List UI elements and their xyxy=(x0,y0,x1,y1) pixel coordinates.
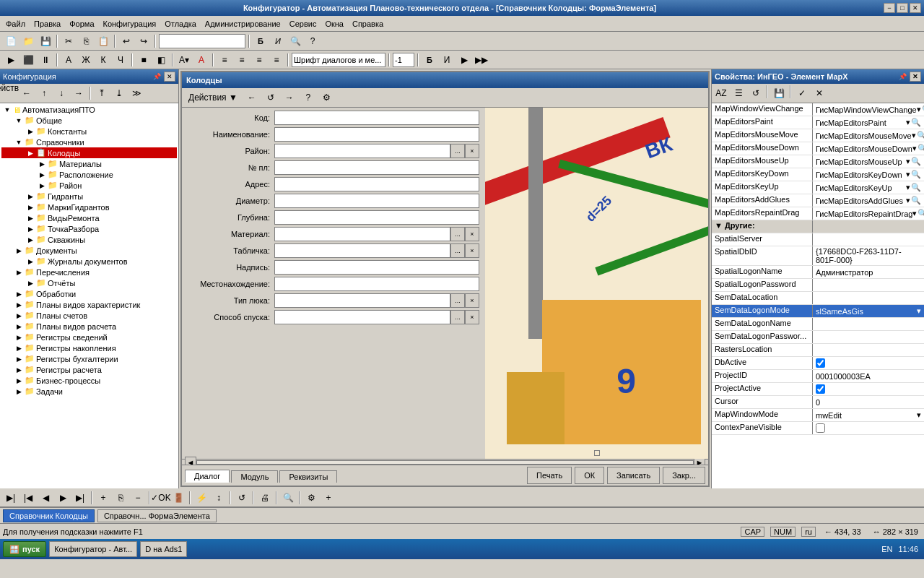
tree-expand-zhurnaly[interactable]: ▶ xyxy=(25,258,36,265)
tb2-align-r[interactable]: ≡ xyxy=(251,52,267,68)
btn-print[interactable]: Печать xyxy=(527,467,572,484)
tab-dialog[interactable]: Диалог xyxy=(185,470,230,483)
tb2-more1[interactable]: ▶ xyxy=(456,52,472,68)
tree-expand-raspolozhenie[interactable]: ▶ xyxy=(36,171,48,178)
btn-save[interactable]: Записать xyxy=(607,467,660,484)
taskbar-item-d[interactable]: D на Ads1 xyxy=(140,541,187,557)
btb-2[interactable]: |◀ xyxy=(20,490,36,506)
prop-value-mapeditorsag[interactable]: ГисMapEditorsAddGlues ▾🔍 xyxy=(813,194,924,207)
hscroll-track[interactable] xyxy=(196,460,694,465)
tree-item-rayon[interactable]: ▶ 📁 Район xyxy=(1,180,177,191)
tb2-6[interactable]: К xyxy=(95,52,111,68)
tb2-9[interactable]: ◧ xyxy=(153,52,169,68)
prop-row-mapeditorsrd[interactable]: MapEditorsRepaintDrag ГисMapEditorsRepai… xyxy=(712,207,924,220)
tree-item-spravochniki[interactable]: ▼ 📁 Справочники xyxy=(1,137,177,147)
prop-row-spatiallogon[interactable]: SpatialLogonName Администратор xyxy=(712,266,924,279)
tree-expand-registry-sved[interactable]: ▶ xyxy=(13,334,25,341)
tree-item-plany-vid[interactable]: ▶ 📁 Планы видов характеристик xyxy=(1,299,177,310)
prop-row-semdatalogonpwd[interactable]: SemDataLogonPasswor... xyxy=(712,331,924,344)
menu-admin[interactable]: Администрирование xyxy=(201,18,285,30)
tree-item-plany-vid-raschet[interactable]: ▶ 📁 Планы видов расчета xyxy=(1,321,177,332)
btn-ok[interactable]: ОК xyxy=(575,467,604,484)
start-button[interactable]: 🪟 пуск xyxy=(3,541,46,557)
maximize-button[interactable]: □ xyxy=(897,3,908,13)
tree-item-otchety[interactable]: ▶ 📁 Отчёты xyxy=(1,277,177,288)
tb2-align-c[interactable]: ≡ xyxy=(234,52,250,68)
prop-row-dbactive[interactable]: DbActive xyxy=(712,357,924,370)
tree-expand-perechisleniya[interactable]: ▶ xyxy=(13,269,25,276)
prop-row-mapeditorsmdwn[interactable]: MapEditorsMouseDown ГисMapEditorsMouseDo… xyxy=(712,142,924,155)
material-clear-btn[interactable]: × xyxy=(465,227,479,241)
prop-value-mapwindowmode[interactable]: mwEdit ▾ xyxy=(813,409,924,421)
prop-value-semdatalogonmode[interactable]: slSameAsGis ▾ xyxy=(813,305,924,317)
tree-item-perechisleniya[interactable]: ▶ 📁 Перечисления xyxy=(1,267,177,277)
form-settings[interactable]: ⚙ xyxy=(319,90,335,105)
prop-value-spatiallogon[interactable]: Администратор xyxy=(813,266,924,278)
prop-value-semdataloc[interactable] xyxy=(813,292,924,304)
btb-4[interactable]: ▶ xyxy=(55,490,71,506)
tb-i[interactable]: И xyxy=(270,33,286,49)
tb-redo[interactable]: ↪ xyxy=(136,33,152,49)
config-expand-all[interactable]: ≫ xyxy=(128,85,144,101)
prop-update[interactable]: ↺ xyxy=(748,85,764,101)
tree-expand-tochkarazbora[interactable]: ▶ xyxy=(25,225,36,233)
checkbox-dbactive[interactable] xyxy=(816,358,825,368)
config-pin-btn[interactable]: 📌 xyxy=(151,72,162,82)
prop-value-cursor[interactable]: 0 xyxy=(813,396,924,408)
prop-value-semdatalogonname[interactable] xyxy=(813,318,924,330)
menu-file[interactable]: Файл xyxy=(1,18,30,30)
tb-cut[interactable]: ✂ xyxy=(61,33,77,49)
config-nav1[interactable]: ← xyxy=(19,85,35,101)
menu-edit[interactable]: Правка xyxy=(30,18,65,30)
prop-x-icon[interactable]: ✕ xyxy=(811,85,827,101)
config-nav2[interactable]: ↑ xyxy=(36,85,52,101)
tb-new[interactable]: 📄 xyxy=(3,33,19,49)
tree-expand-otchety[interactable]: ▶ xyxy=(25,280,36,287)
input-diametr[interactable] xyxy=(274,194,479,208)
btb-ok2[interactable]: ✓OK xyxy=(153,490,169,506)
menu-service[interactable]: Сервис xyxy=(285,18,321,30)
tab-module[interactable]: Модуль xyxy=(231,470,278,483)
tb-help[interactable]: ? xyxy=(305,33,321,49)
input-name[interactable] xyxy=(274,127,479,142)
checkbox-contexpane[interactable] xyxy=(816,423,825,433)
close-button[interactable]: ✕ xyxy=(910,3,921,13)
prop-row-spatialdbid[interactable]: SpatialDbID {17668DC0-F263-11D7-801F-000… xyxy=(712,246,924,266)
btb-sort[interactable]: ↕ xyxy=(211,490,227,506)
window-controls[interactable]: − □ ✕ xyxy=(884,3,921,13)
input-adres[interactable] xyxy=(274,177,479,191)
btb-del[interactable]: − xyxy=(130,490,146,506)
font-dialog-input[interactable] xyxy=(292,53,385,67)
prop-value-spatialdbid[interactable]: {17668DC0-F263-11D7-801F-000} xyxy=(813,246,924,265)
tree-expand-zadachi[interactable]: ▶ xyxy=(13,388,25,395)
tree-item-zadachi[interactable]: ▶ 📁 Задачи xyxy=(1,386,177,397)
prop-value-mapeditorspaint[interactable]: ГисMapEditorsPaint ▾🔍 xyxy=(813,116,924,129)
prop-row-mapwindowviewchange[interactable]: MapWindowViewChange ГисMapWindowViewChan… xyxy=(712,103,924,116)
menu-debug[interactable]: Отладка xyxy=(160,18,200,30)
tree-item-biznes[interactable]: ▶ 📁 Бизнес-процессы xyxy=(1,375,177,386)
tree-expand-plany-vid-raschet[interactable]: ▶ xyxy=(13,323,25,330)
prop-value-rastersloc[interactable] xyxy=(813,344,924,356)
config-actions-btn[interactable]: Действия ▼ xyxy=(1,85,17,101)
prop-row-mapeditorspaint[interactable]: MapEditorsPaint ГисMapEditorsPaint ▾🔍 xyxy=(712,116,924,129)
tree-expand-dokumenty[interactable]: ▶ xyxy=(13,247,25,254)
tree-item-dokumenty[interactable]: ▶ 📁 Документы xyxy=(1,245,177,256)
tb2-8[interactable]: ■ xyxy=(136,52,152,68)
font-name-input[interactable] xyxy=(159,34,245,48)
taskbar-item-konfig[interactable]: Конфигуратор - Авт... xyxy=(49,541,137,557)
tb-paste[interactable]: 📋 xyxy=(95,33,111,49)
btb-refresh2[interactable]: ↺ xyxy=(234,490,250,506)
tree-item-obrabotki[interactable]: ▶ 📁 Обработки xyxy=(1,288,177,299)
input-rayon[interactable] xyxy=(274,144,450,158)
tree-expand-rayon[interactable]: ▶ xyxy=(36,182,48,189)
input-npl[interactable] xyxy=(274,160,479,175)
tree-expand-registry-rasch[interactable]: ▶ xyxy=(13,366,25,374)
tree-item-materialy[interactable]: ▶ 📁 Материалы xyxy=(1,158,177,169)
prop-value-mapeditorsrd[interactable]: ГисMapEditorsRepaintDrag ▾🔍 xyxy=(813,207,924,220)
btb-close2[interactable]: 🚪 xyxy=(170,490,186,506)
tree-item-root[interactable]: ▼ 🖥 АвтоматизацияПТО xyxy=(1,105,177,115)
tablichka-browse-btn[interactable]: ... xyxy=(450,243,465,258)
tb2-more2[interactable]: ▶▶ xyxy=(474,52,489,68)
prop-value-contexpane[interactable] xyxy=(813,422,924,434)
prop-value-spatialpasswd[interactable] xyxy=(813,279,924,291)
